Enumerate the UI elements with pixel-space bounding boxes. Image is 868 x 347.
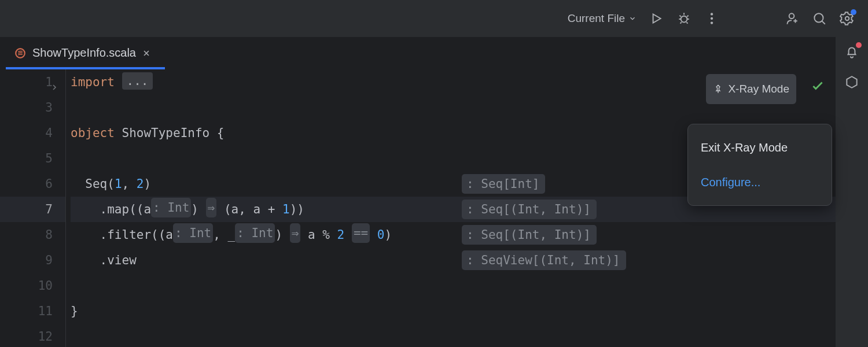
notification-dot xyxy=(856,42,862,48)
more-actions-button[interactable] xyxy=(698,5,726,32)
checkmark-icon xyxy=(810,78,825,93)
scala-file-icon xyxy=(14,47,27,60)
svg-point-6 xyxy=(845,17,849,21)
line-number: 8 xyxy=(0,222,53,248)
xray-mode-label: X-Ray Mode xyxy=(728,76,789,102)
main-toolbar: Current File xyxy=(0,0,868,37)
debug-button[interactable] xyxy=(670,5,698,32)
close-icon[interactable] xyxy=(142,49,151,58)
code-editor[interactable]: 1 3 4 5 6 7 8 9 10 11 12 import ... obje… xyxy=(0,69,836,347)
inlay-hint: ⇒ xyxy=(290,223,301,243)
inlay-hint: == xyxy=(352,223,370,243)
fold-toggle-icon[interactable] xyxy=(50,75,59,101)
svg-point-0 xyxy=(681,16,687,23)
inlay-hint: : Int xyxy=(173,223,213,243)
svg-point-3 xyxy=(711,21,713,24)
line-number: 1 xyxy=(0,69,53,95)
line-number: 5 xyxy=(0,146,53,171)
line-number: 7 xyxy=(0,197,65,222)
inlay-hint: : Int xyxy=(151,198,191,217)
line-number: 9 xyxy=(0,248,53,273)
inlay-hint: : Int xyxy=(235,223,275,243)
type-hint: : Seq[Int] xyxy=(462,174,545,194)
svg-point-5 xyxy=(814,13,823,22)
svg-point-1 xyxy=(711,13,713,15)
svg-point-4 xyxy=(789,13,795,19)
code-line xyxy=(71,273,836,298)
hexagon-tool-icon[interactable] xyxy=(843,73,861,91)
xray-popup: Exit X-Ray Mode Configure... xyxy=(687,124,832,206)
editor-tabstrip: ShowTypeInfo.scala xyxy=(0,37,868,69)
code-line xyxy=(71,324,836,347)
code-area[interactable]: import ... object ShowTypeInfo { Seq(1, … xyxy=(66,69,836,347)
type-hint: : Seq[(Int, Int)] xyxy=(462,200,597,219)
inspection-status-icon[interactable] xyxy=(810,76,825,102)
line-number: 12 xyxy=(0,324,53,347)
line-number: 4 xyxy=(0,120,53,146)
run-button[interactable] xyxy=(642,5,670,32)
tab-showtypeinfo[interactable]: ShowTypeInfo.scala xyxy=(6,37,159,69)
exit-xray-item[interactable]: Exit X-Ray Mode xyxy=(688,130,832,165)
type-hint: : Seq[(Int, Int)] xyxy=(462,225,597,245)
pin-icon xyxy=(713,84,723,94)
settings-button[interactable] xyxy=(833,5,861,32)
type-hint: : SeqView[(Int, Int)] xyxy=(462,250,626,270)
code-line: .filter((a: Int, _: Int) ⇒ a % 2 == 0): … xyxy=(71,222,836,248)
right-tool-column xyxy=(836,37,868,347)
run-config-label: Current File xyxy=(568,12,625,25)
xray-mode-badge[interactable]: X-Ray Mode xyxy=(706,74,796,104)
folded-region[interactable]: ... xyxy=(122,72,153,90)
run-config-selector[interactable]: Current File xyxy=(562,9,642,28)
svg-point-2 xyxy=(711,17,713,20)
settings-update-dot xyxy=(851,9,856,15)
notifications-button[interactable] xyxy=(843,43,861,61)
configure-xray-item[interactable]: Configure... xyxy=(688,165,832,200)
inlay-hint: ⇒ xyxy=(206,198,217,217)
search-everywhere-button[interactable] xyxy=(806,5,833,32)
code-line: .view: SeqView[(Int, Int)] xyxy=(71,248,836,273)
tab-filename: ShowTypeInfo.scala xyxy=(32,46,136,60)
line-number: 10 xyxy=(0,273,53,298)
line-number: 6 xyxy=(0,171,53,197)
code-with-me-button[interactable] xyxy=(778,5,806,32)
code-line: } xyxy=(71,298,836,324)
line-number: 11 xyxy=(0,298,53,324)
chevron-down-icon xyxy=(628,14,637,23)
line-number: 3 xyxy=(0,95,53,120)
line-number-gutter: 1 3 4 5 6 7 8 9 10 11 12 xyxy=(0,69,66,347)
